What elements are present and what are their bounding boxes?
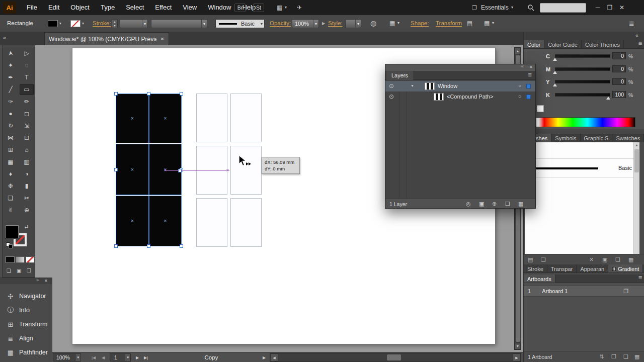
- remove-brush-stroke-icon[interactable]: ✕: [589, 256, 594, 263]
- slider-thumb[interactable]: [553, 58, 557, 61]
- reorder-artboards-icon[interactable]: ⇅: [599, 353, 604, 360]
- gradient-mode-button[interactable]: [16, 256, 25, 263]
- artwork-black-rect[interactable]: ×: [116, 144, 148, 195]
- draw-normal-icon[interactable]: ❏: [7, 268, 11, 274]
- maximize-button[interactable]: ❐: [604, 0, 616, 15]
- scroll-up-icon[interactable]: ▲: [515, 48, 521, 54]
- slider-thumb[interactable]: [606, 97, 610, 100]
- new-layer-icon[interactable]: ❏: [505, 201, 510, 207]
- layer-name[interactable]: Window: [438, 83, 457, 89]
- tool-pencil[interactable]: ✏: [20, 96, 34, 107]
- tool-zoom[interactable]: ⊕: [20, 205, 34, 216]
- disclosure-icon[interactable]: ▼: [411, 84, 414, 87]
- selection-handle[interactable]: [114, 92, 118, 96]
- artwork-white-rect[interactable]: [230, 94, 262, 142]
- chevron-down-icon[interactable]: ▾: [397, 21, 399, 25]
- color-spectrum-bar[interactable]: [536, 117, 635, 127]
- scroll-down-icon[interactable]: ▼: [515, 343, 521, 349]
- stroke-weight-label[interactable]: Stroke:: [93, 20, 111, 26]
- channel-value-m[interactable]: 0: [612, 65, 626, 72]
- target-icon[interactable]: ○: [518, 94, 521, 99]
- zoom-dropdown[interactable]: 100% ▾: [53, 353, 81, 361]
- tab-color[interactable]: Color: [524, 40, 544, 49]
- channel-slider-y[interactable]: [555, 80, 610, 83]
- layers-titlebar[interactable]: « ✕: [385, 64, 535, 71]
- new-artboard-icon[interactable]: ❏: [623, 353, 628, 360]
- prev-artboard-icon[interactable]: ◀: [102, 355, 105, 360]
- layer-row-compound-path[interactable]: ⊙ <Compound Path> ○: [385, 92, 535, 102]
- tool-hand[interactable]: ✌: [4, 205, 18, 216]
- close-button[interactable]: ✕: [616, 0, 628, 15]
- tab-layers[interactable]: Layers: [386, 71, 413, 80]
- scroll-thumb[interactable]: [634, 149, 639, 172]
- stock-button[interactable]: St: [253, 4, 264, 12]
- tool-line-segment[interactable]: ╱: [4, 84, 18, 95]
- tool-type[interactable]: T: [20, 72, 34, 83]
- close-panel-icon[interactable]: ✕: [529, 65, 533, 69]
- tool-perspective-grid[interactable]: ⌂: [20, 144, 34, 155]
- next-artboard-icon[interactable]: ▶: [136, 355, 139, 360]
- collapse-dock-icon[interactable]: «: [635, 33, 638, 38]
- artboard-row[interactable]: 1 Artboard 1 ❐: [524, 286, 644, 297]
- white-swatch[interactable]: [537, 105, 544, 112]
- chevron-down-icon[interactable]: ▾: [59, 21, 61, 26]
- status-options-icon[interactable]: ▶: [263, 355, 266, 360]
- tool-symbol-sprayer[interactable]: ❉: [4, 180, 18, 192]
- draw-inside-icon[interactable]: ❐: [27, 268, 31, 274]
- tool-lasso[interactable]: ◌: [20, 60, 34, 71]
- target-icon[interactable]: ○: [518, 83, 521, 88]
- chevron-down-icon[interactable]: ▾: [201, 20, 207, 28]
- transform-label[interactable]: Transform: [436, 20, 462, 26]
- tool-column-graph[interactable]: ▮: [20, 180, 34, 192]
- stroke-weight-dropdown[interactable]: ▾: [120, 19, 148, 28]
- none-mode-button[interactable]: [26, 256, 35, 263]
- delete-artboard-icon[interactable]: ▦: [634, 353, 639, 360]
- draw-behind-icon[interactable]: ▣: [17, 268, 21, 274]
- channel-slider-m[interactable]: [555, 67, 610, 71]
- expand-panels-icon[interactable]: »: [36, 278, 39, 283]
- brush-libraries-icon[interactable]: ▤: [528, 256, 533, 263]
- artwork-white-rect[interactable]: [230, 198, 262, 247]
- align-objects-icon[interactable]: ▤: [467, 20, 472, 27]
- panel-menu-icon[interactable]: ≣: [528, 72, 532, 77]
- selection-handle[interactable]: [114, 168, 118, 171]
- chevron-down-icon[interactable]: ▾: [313, 20, 318, 28]
- panel-tab-transform[interactable]: ⊞ Transform: [0, 317, 52, 331]
- anchor-point-handle[interactable]: [178, 169, 182, 172]
- tool-blob-brush[interactable]: ●: [4, 108, 18, 119]
- artwork-black-rect[interactable]: ×: [149, 94, 181, 143]
- document-tab[interactable]: Window.ai* @ 100% (CMYK/GPU Preview) ✕: [44, 32, 169, 45]
- channel-value-k[interactable]: 100: [612, 91, 626, 98]
- tool-selection[interactable]: ➤: [4, 45, 18, 61]
- illustrator-logo[interactable]: Ai: [3, 2, 16, 14]
- tool-blend[interactable]: ◑: [20, 168, 34, 179]
- horizontal-scroll-thumb[interactable]: [387, 354, 401, 360]
- scroll-right-icon[interactable]: ▶: [513, 353, 521, 361]
- locate-object-icon[interactable]: ◎: [466, 201, 471, 207]
- brush-options-icon[interactable]: ▣: [602, 256, 607, 263]
- visibility-eye-icon[interactable]: ⊙: [389, 82, 394, 89]
- stroke-swatch[interactable]: [70, 20, 80, 27]
- menu-object[interactable]: Object: [65, 0, 95, 15]
- workspace-switcher[interactable]: Essentials: [481, 4, 509, 11]
- artwork-black-rect[interactable]: ×: [116, 196, 148, 246]
- visibility-eye-icon[interactable]: ⊙: [389, 93, 394, 100]
- swap-fill-stroke-icon[interactable]: ⇄: [25, 224, 29, 229]
- chevron-down-icon[interactable]: ▾: [82, 21, 84, 26]
- artwork-white-rect[interactable]: [196, 198, 227, 247]
- stroke-weight-stepper[interactable]: ▴ ▾: [112, 19, 118, 28]
- new-sublayer-icon[interactable]: ⊕: [492, 201, 497, 207]
- chevron-down-icon[interactable]: ▾: [142, 20, 147, 28]
- channel-value-y[interactable]: 0: [612, 78, 626, 85]
- panel-tab-pathfinder[interactable]: ▦ Pathfinder: [0, 345, 52, 359]
- arrange-documents-icon[interactable]: ▦: [277, 4, 282, 11]
- tool-shape-builder[interactable]: ⊞: [4, 144, 18, 155]
- selection-handle[interactable]: [147, 244, 150, 248]
- selection-handle[interactable]: [114, 244, 118, 248]
- style-dropdown[interactable]: ▾: [345, 19, 361, 28]
- tab-symbols[interactable]: Symbols: [551, 134, 580, 142]
- bridge-button[interactable]: Br: [234, 4, 246, 12]
- selection-indicator[interactable]: [526, 95, 531, 99]
- brush-list-scrollbar[interactable]: ▲: [633, 142, 639, 254]
- chevron-down-icon[interactable]: ▾: [125, 354, 130, 361]
